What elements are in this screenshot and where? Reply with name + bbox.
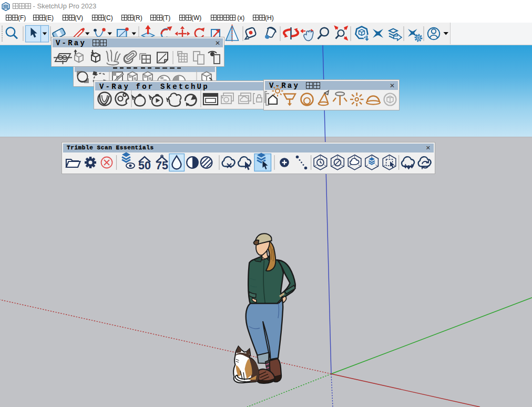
svg-text:75: 75: [156, 159, 168, 172]
svg-text:50: 50: [138, 159, 151, 172]
